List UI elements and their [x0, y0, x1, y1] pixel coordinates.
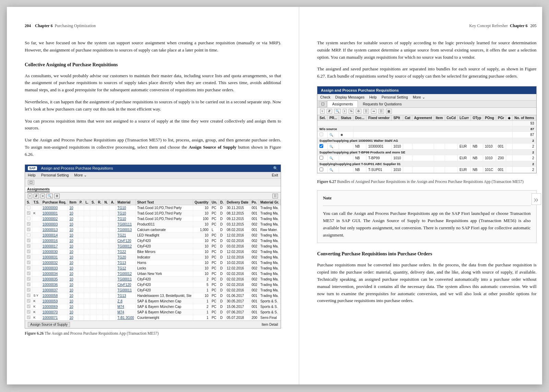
sap-exit-btn[interactable]: Exit: [272, 173, 278, 177]
cell-mat: M74: [116, 304, 136, 309]
cell-l: [84, 232, 90, 238]
cell-date: 01.06.2017: [225, 293, 250, 298]
cell-item: 10: [68, 287, 78, 293]
menu-item-more[interactable]: More ⌄: [74, 173, 87, 177]
row4-nb: NB: [353, 166, 366, 173]
assign-source-btn[interactable]: Assign Source of Supply: [28, 322, 70, 327]
cell-un: PC: [210, 265, 219, 271]
cell-ts: K: [32, 309, 41, 315]
cell-s: [90, 227, 96, 232]
note-title: Note: [323, 195, 530, 201]
settings-icon[interactable]: ⚙: [54, 194, 60, 198]
sap2-box-icon[interactable]: ☷: [363, 109, 369, 114]
menu-item-personal-setting[interactable]: Personal Setting: [41, 173, 69, 177]
cell-ts: K: [32, 210, 41, 216]
item-detail-btn[interactable]: Item Detail: [262, 323, 278, 326]
row3-cat: [403, 155, 412, 161]
layout-icon[interactable]: ☷: [272, 194, 278, 198]
group-icon[interactable]: ≡: [40, 194, 45, 198]
col-qty: Quantity: [193, 199, 210, 205]
cell-s: [90, 205, 96, 210]
table-row: 10000036 10 CityF120 CityF420 5 PC D 02.…: [25, 282, 281, 287]
cell-r: [96, 298, 103, 304]
cell-mgrp: Trading Ma.: [259, 232, 280, 238]
cell-n: [103, 238, 109, 243]
sap2-group-icon[interactable]: 🔍: [334, 109, 341, 114]
cell-un: PC: [210, 238, 219, 243]
row3-pong: 1010: [483, 155, 496, 161]
right-page-header: Key Concept Refresher Chapter 6 205: [317, 23, 536, 28]
cell-mat: TG00013: [116, 227, 136, 232]
sap2-tab-rfq[interactable]: Requests for Quotations: [358, 101, 406, 107]
cell-qty: 10: [193, 232, 210, 238]
table-row: Supplier/supplying plant T-BP99 Products…: [318, 149, 536, 155]
sap2-col-pr: PR...: [328, 115, 339, 120]
sap2-sort-icon[interactable]: ⇵: [327, 109, 332, 114]
cell-d: D: [219, 238, 225, 243]
cell-pr: 10000069: [41, 304, 68, 309]
sap2-filter-icon[interactable]: ▿: [320, 109, 325, 114]
sap2-menu-more[interactable]: More ⌄: [413, 95, 425, 99]
sap2-percent-icon[interactable]: ¼: [349, 109, 354, 114]
cell-item: 10: [68, 260, 78, 265]
row4-search: 🔍: [328, 166, 339, 173]
toolbar-checkbox[interactable]: ☐: [28, 180, 34, 185]
sap2-icon-row: ▿ ⇵ 🔍 I ¼ ✇ ☷ ⇒ ☷ ▦: [317, 108, 536, 115]
cell-r: [96, 249, 103, 254]
sap-table-container: S. T.S. Purchase Req. Item P. L. S. R. N…: [25, 199, 281, 321]
tab-assignments-label[interactable]: Assignments: [27, 187, 50, 192]
cell-short: Horns: [136, 260, 193, 265]
filter-icon[interactable]: ▿: [28, 194, 32, 198]
sap2-arrow-icon[interactable]: ⇒: [371, 109, 376, 114]
cell-n: [103, 249, 109, 254]
cell-sel: [25, 309, 32, 315]
figure-6-26-container: SAP Assign and Process Purchase Requisit…: [25, 164, 281, 336]
cell-item: 10: [68, 265, 78, 271]
row3-item: [434, 155, 445, 161]
sort-icon[interactable]: ⇵: [34, 194, 39, 198]
sap-app-fig27: Assign and Process Purchase Requisitions…: [317, 86, 536, 173]
cell-qty: 1: [193, 287, 210, 293]
row2-cocd: [445, 143, 458, 149]
cell-sel: [25, 265, 32, 271]
sap2-copy-icon[interactable]: ✇: [356, 109, 361, 114]
sap2-menu-check[interactable]: Check: [320, 95, 330, 99]
sap2-table-icon[interactable]: ▦: [386, 109, 392, 114]
cell-date: 12.02.2016: [225, 249, 250, 254]
sap2-menu-help[interactable]: Help: [369, 95, 377, 99]
cell-sel: [25, 238, 32, 243]
cell-pr: 10000002: [41, 216, 68, 221]
section1-p3: You can process requisition items that w…: [25, 118, 281, 132]
cell-p: [78, 282, 84, 287]
sap2-agg-icon[interactable]: I: [343, 109, 347, 114]
cell-qty: 1: [193, 315, 210, 320]
sap2-checkbox-icon[interactable]: ☐: [319, 101, 327, 107]
cell-po: 001: [250, 304, 259, 309]
sap-toolbar: ☐ ​: [25, 179, 281, 186]
cell-r: [96, 238, 103, 243]
cell-item: 10: [68, 232, 78, 238]
cell-d: D: [219, 249, 225, 254]
cell-short: SAP & Bayern München Cap: [136, 298, 193, 304]
cell-short: SAP & Bayern München Cap: [136, 304, 193, 309]
cell-qty: 10: [193, 243, 210, 249]
cell-p: [78, 293, 84, 298]
menu-item-help[interactable]: Help: [28, 173, 36, 177]
cell-r: [96, 254, 103, 260]
cell-po: 001: [250, 293, 259, 298]
quote-icon: »: [532, 193, 541, 205]
sap2-tab-assignments[interactable]: Assignments: [327, 101, 358, 107]
cell-ts: K: [32, 298, 41, 304]
cell-mgrp: Trading Ma.: [259, 282, 280, 287]
sap2-grid-icon[interactable]: ☷: [378, 109, 384, 114]
table-row: 10000032 10 TG13 Horns 10 PC D 10.02.201…: [25, 260, 281, 265]
cell-p: [78, 238, 84, 243]
row2-pgr: 001: [496, 143, 506, 149]
fig27-caption: Figure 6.27 Bundles of Assigned Purchase…: [317, 179, 536, 185]
cell-pr: 10000003: [41, 221, 68, 227]
row3-otyp: NB: [471, 155, 483, 161]
cell-d: D: [219, 243, 225, 249]
sap2-menu-personal[interactable]: Personal Setting: [382, 95, 408, 99]
search-icon-sm[interactable]: 🔍: [46, 194, 53, 198]
sap2-menu-display[interactable]: Display Messages: [335, 95, 364, 99]
